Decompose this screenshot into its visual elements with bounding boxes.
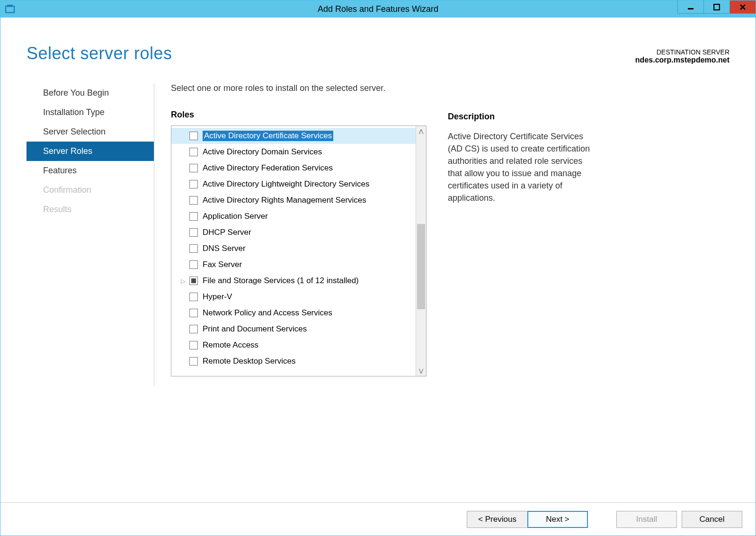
role-row[interactable]: DHCP Server	[171, 224, 416, 241]
description-text: Active Directory Certificate Services (A…	[448, 130, 592, 205]
role-label: Active Directory Certificate Services	[203, 131, 333, 141]
role-label: Fax Server	[203, 260, 242, 269]
role-row[interactable]: Active Directory Rights Management Servi…	[171, 192, 416, 208]
nav-item-before-you-begin[interactable]: Before You Begin	[27, 83, 154, 103]
cancel-button[interactable]: Cancel	[682, 511, 742, 528]
scroll-track[interactable]	[416, 136, 426, 366]
window-controls	[677, 0, 756, 14]
role-label: Active Directory Federation Services	[203, 163, 333, 173]
role-label: Remote Desktop Services	[203, 357, 296, 366]
nav-item-results: Results	[27, 200, 154, 219]
role-label: DHCP Server	[203, 228, 251, 237]
header: Select server roles DESTINATION SERVER n…	[0, 18, 756, 64]
destination-value: ndes.corp.mstepdemo.net	[635, 56, 729, 64]
role-row[interactable]: Active Directory Federation Services	[171, 160, 416, 176]
wizard-window: Add Roles and Features Wizard Select ser…	[0, 0, 756, 536]
role-label: DNS Server	[203, 244, 246, 253]
description-heading: Description	[448, 112, 592, 122]
titlebar[interactable]: Add Roles and Features Wizard	[0, 0, 756, 18]
role-label: Print and Document Services	[203, 324, 307, 334]
center-panel: Select one or more roles to install on t…	[154, 83, 443, 386]
svg-rect-0	[6, 6, 14, 13]
role-label: File and Storage Services (1 of 12 insta…	[203, 276, 359, 286]
previous-button[interactable]: < Previous	[467, 511, 527, 528]
description-panel: Description Active Directory Certificate…	[443, 83, 614, 386]
page-title: Select server roles	[27, 44, 172, 63]
maximize-button[interactable]	[703, 0, 729, 14]
scroll-down-button[interactable]: ⋁	[416, 366, 426, 376]
install-button: Install	[616, 511, 677, 528]
nav-item-server-roles[interactable]: Server Roles	[27, 142, 154, 161]
role-row[interactable]: DNS Server	[171, 241, 416, 257]
role-label: Active Directory Domain Services	[203, 147, 322, 157]
instruction-text: Select one or more roles to install on t…	[171, 83, 427, 93]
app-icon	[4, 3, 16, 15]
role-row[interactable]: Remote Access	[171, 337, 416, 353]
svg-rect-2	[688, 8, 694, 9]
role-row[interactable]: Hyper-V	[171, 289, 416, 305]
role-row[interactable]: Print and Document Services	[171, 321, 416, 337]
sidebar: Before You BeginInstallation TypeServer …	[0, 83, 154, 386]
svg-rect-3	[714, 4, 720, 10]
main-region: Before You BeginInstallation TypeServer …	[0, 83, 756, 386]
role-row[interactable]: Active Directory Lightweight Directory S…	[171, 176, 416, 192]
destination-server: DESTINATION SERVER ndes.corp.mstepdemo.n…	[635, 48, 729, 64]
role-row[interactable]: Remote Desktop Services	[171, 353, 416, 369]
role-checkbox[interactable]	[189, 309, 198, 317]
minimize-button[interactable]	[677, 0, 703, 14]
nav-item-confirmation: Confirmation	[27, 180, 154, 200]
scroll-thumb[interactable]	[417, 224, 425, 309]
role-checkbox[interactable]	[189, 260, 198, 269]
role-checkbox[interactable]	[189, 228, 198, 237]
role-checkbox[interactable]	[189, 212, 198, 221]
scroll-up-button[interactable]: ⋀	[416, 126, 426, 136]
roles-heading: Roles	[171, 110, 427, 120]
role-checkbox[interactable]	[189, 341, 198, 349]
roles-items: Active Directory Certificate ServicesAct…	[171, 126, 416, 376]
role-checkbox[interactable]	[189, 244, 198, 253]
scrollbar[interactable]: ⋀ ⋁	[416, 126, 426, 376]
nav-item-features[interactable]: Features	[27, 161, 154, 180]
button-bar: < Previous Next > Install Cancel	[0, 502, 756, 536]
role-checkbox[interactable]	[189, 180, 198, 188]
window-title: Add Roles and Features Wizard	[318, 4, 438, 14]
role-checkbox[interactable]	[189, 293, 198, 301]
roles-listbox[interactable]: Active Directory Certificate ServicesAct…	[171, 125, 427, 376]
role-row[interactable]: Fax Server	[171, 257, 416, 273]
role-checkbox[interactable]	[189, 277, 198, 285]
role-checkbox[interactable]	[189, 132, 198, 140]
role-label: Application Server	[203, 212, 268, 221]
role-label: Active Directory Rights Management Servi…	[203, 196, 366, 205]
role-row[interactable]: Active Directory Certificate Services	[171, 128, 416, 144]
content-area: Select server roles DESTINATION SERVER n…	[0, 18, 756, 536]
role-label: Hyper-V	[203, 292, 232, 302]
nav-item-installation-type[interactable]: Installation Type	[27, 103, 154, 122]
svg-rect-1	[7, 5, 13, 7]
role-row[interactable]: Network Policy and Access Services	[171, 305, 416, 321]
nav-item-server-selection[interactable]: Server Selection	[27, 122, 154, 142]
role-row[interactable]: ▷File and Storage Services (1 of 12 inst…	[171, 273, 416, 289]
role-label: Remote Access	[203, 340, 258, 350]
role-checkbox[interactable]	[189, 357, 198, 366]
role-checkbox[interactable]	[189, 325, 198, 333]
role-label: Network Policy and Access Services	[203, 308, 332, 318]
role-label: Active Directory Lightweight Directory S…	[203, 179, 369, 189]
role-row[interactable]: Active Directory Domain Services	[171, 144, 416, 160]
role-checkbox[interactable]	[189, 196, 198, 205]
role-checkbox[interactable]	[189, 164, 198, 172]
destination-label: DESTINATION SERVER	[635, 48, 729, 56]
next-button[interactable]: Next >	[527, 511, 588, 528]
expand-icon[interactable]: ▷	[180, 277, 187, 285]
role-row[interactable]: Application Server	[171, 208, 416, 224]
close-button[interactable]	[729, 0, 756, 14]
role-checkbox[interactable]	[189, 148, 198, 156]
